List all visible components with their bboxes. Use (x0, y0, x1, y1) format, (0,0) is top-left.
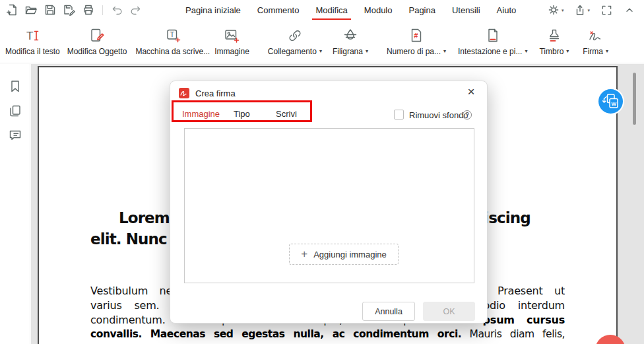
theme-sun-icon (548, 4, 560, 16)
app-signature-logo-icon (179, 88, 189, 98)
toolbar-separator (102, 5, 103, 15)
fullscreen-icon (601, 5, 612, 16)
tool-label: Modifica il testo (5, 47, 60, 56)
tool-header-footer[interactable]: Intestazione e pi... ▾ (458, 27, 527, 56)
menu-pagina[interactable]: Pagina (408, 1, 435, 19)
save-button[interactable] (44, 3, 57, 17)
redo-icon (130, 4, 142, 16)
add-image-button[interactable]: + Aggiungi immagine (289, 244, 399, 265)
undo-icon (111, 4, 123, 16)
titlebar: Pagina iniziale Commento Modifica Modulo… (0, 0, 644, 20)
link-icon (286, 27, 304, 44)
undo-button[interactable] (110, 3, 123, 17)
stamp-icon (546, 27, 563, 44)
dropdown-caret-icon: ▾ (525, 48, 527, 54)
signature-image-dropzone[interactable]: + Aggiungi immagine (184, 128, 474, 283)
edit-object-icon (88, 27, 106, 44)
tool-image[interactable]: Immagine (214, 27, 249, 56)
thumbnails-panel-button[interactable] (8, 104, 22, 118)
dropdown-caret-icon: ▾ (566, 48, 569, 54)
tool-label: Intestazione e pi... (458, 47, 522, 56)
tool-label: Firma (583, 47, 603, 56)
watermark-icon (342, 27, 359, 44)
theme-caret-icon: ▾ (562, 8, 564, 13)
tool-label: Collegamento (268, 47, 317, 56)
tool-edit-object[interactable]: Modifica Oggetto (67, 27, 127, 56)
open-file-button[interactable] (24, 3, 38, 17)
quick-access-toolbar (5, 0, 143, 20)
dropdown-caret-icon: ▾ (443, 48, 446, 54)
tool-page-number[interactable]: # Numero di pa... ▾ (387, 27, 446, 56)
dialog-title: Crea firma (195, 88, 236, 98)
new-file-button[interactable] (5, 3, 18, 17)
menu-bar: Pagina iniziale Commento Modifica Modulo… (185, 0, 517, 20)
fullscreen-button[interactable] (600, 3, 613, 17)
save-icon (44, 4, 56, 16)
chevron-up-icon (624, 5, 635, 15)
pages-icon (8, 104, 22, 118)
tabs-highlight-annotation (172, 100, 312, 122)
signature-icon (587, 27, 604, 44)
titlebar-right-controls: ▾ ▾ (548, 0, 636, 20)
svg-text:W: W (612, 101, 617, 107)
bookmark-icon (8, 79, 22, 94)
tool-label: Filigrana (333, 47, 363, 56)
document-body-line: convallis. Maecenas sed egestas nulla, a… (90, 327, 565, 341)
print-icon (82, 4, 94, 16)
menu-utensili[interactable]: Utensili (451, 1, 481, 19)
dropdown-caret-icon: ▾ (319, 48, 322, 54)
print-button[interactable] (82, 3, 95, 17)
page-number-icon: # (408, 27, 425, 44)
close-icon[interactable]: × (464, 85, 478, 99)
dropdown-caret-icon: ▾ (366, 48, 368, 54)
convert-to-word-badge[interactable]: W (598, 89, 623, 114)
header-footer-icon (484, 27, 501, 44)
theme-button[interactable]: ▾ (548, 4, 564, 16)
tool-stamp[interactable]: Timbro ▾ (539, 27, 569, 56)
tool-typewriter[interactable]: T Macchina da scrive... (135, 27, 210, 56)
tool-signature[interactable]: Firma ▾ (583, 27, 608, 56)
vertical-scrollbar-thumb[interactable] (633, 73, 636, 125)
body-text: Mauris diam felis, (461, 328, 565, 340)
tool-watermark[interactable]: Filigrana ▾ (333, 27, 368, 56)
new-file-icon (6, 4, 18, 16)
edit-text-icon: T (24, 27, 41, 44)
svg-text:T: T (26, 30, 33, 42)
save-as-button[interactable] (63, 3, 76, 17)
body-text-bold: convallis. Maecenas sed egestas nulla, a… (90, 328, 461, 340)
collapse-ribbon-button[interactable] (623, 3, 636, 17)
dropdown-caret-icon: ▾ (606, 48, 608, 54)
menu-commento[interactable]: Commento (257, 1, 300, 19)
redo-button[interactable] (129, 3, 143, 17)
remove-background-checkbox[interactable] (394, 110, 404, 120)
tool-link[interactable]: Collegamento ▾ (268, 27, 322, 56)
menu-pagina-iniziale[interactable]: Pagina iniziale (185, 1, 242, 19)
tool-edit-text[interactable]: T Modifica il testo (5, 27, 60, 56)
menu-modulo[interactable]: Modulo (364, 1, 393, 19)
plus-icon: + (301, 248, 307, 259)
svg-text:#: # (414, 31, 418, 39)
open-folder-icon (25, 4, 37, 16)
share-button[interactable]: ▾ (573, 4, 590, 16)
tool-label: Timbro (539, 47, 564, 56)
comments-panel-button[interactable] (8, 128, 22, 143)
typewriter-icon: T (164, 27, 181, 44)
tool-label: Macchina da scrive... (135, 47, 210, 56)
menu-aiuto[interactable]: Aiuto (496, 1, 517, 19)
menu-modifica[interactable]: Modifica (315, 1, 348, 19)
image-icon (223, 27, 240, 44)
comment-icon (8, 128, 22, 143)
svg-text:T: T (170, 30, 174, 38)
bookmarks-panel-button[interactable] (8, 79, 22, 94)
tool-label: Immagine (214, 47, 249, 56)
cancel-button[interactable]: Annulla (362, 302, 415, 321)
ok-button[interactable]: OK (423, 302, 475, 321)
word-convert-icon: W (598, 89, 623, 114)
share-caret-icon: ▾ (587, 8, 590, 13)
ribbon-toolbar: T Modifica il testo Modifica Oggetto T M… (0, 20, 644, 63)
help-icon[interactable]: ? (463, 110, 472, 120)
remove-background-label: Rimuovi sfondo (409, 110, 468, 120)
left-panel-sidebar (0, 64, 30, 344)
share-icon (573, 4, 585, 16)
save-as-icon (63, 4, 75, 16)
